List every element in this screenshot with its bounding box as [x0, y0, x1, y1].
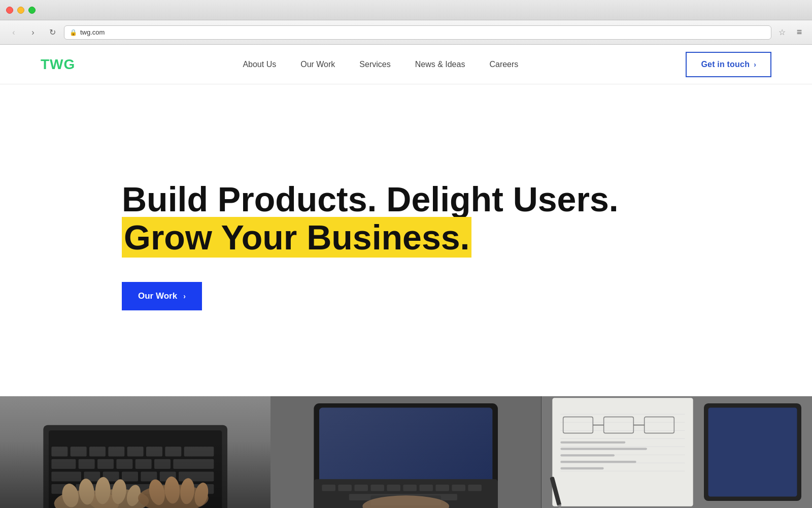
svg-rect-51: [387, 485, 401, 491]
mac-window: ‹ › ↻ 🔒 twg.com ☆ ≡ TWG About Us Our Wor…: [0, 0, 812, 508]
lock-icon: 🔒: [70, 29, 77, 36]
svg-rect-47: [322, 485, 336, 491]
nav-services[interactable]: Services: [359, 60, 390, 69]
our-work-button[interactable]: Our Work ›: [122, 282, 202, 310]
hero-highlight: Grow Your Business.: [122, 217, 471, 258]
reload-button[interactable]: ↻: [45, 26, 60, 39]
get-in-touch-button[interactable]: Get in touch ›: [686, 52, 771, 77]
browser-menu-button[interactable]: ≡: [793, 26, 806, 39]
hero-title-line2: Grow Your Business.: [122, 218, 771, 257]
back-button[interactable]: ‹: [6, 26, 21, 39]
svg-rect-48: [339, 485, 352, 491]
svg-rect-53: [420, 485, 433, 491]
maximize-button[interactable]: [28, 7, 36, 14]
hero-cta-chevron-icon: ›: [183, 292, 186, 300]
browser-content: TWG About Us Our Work Services News & Id…: [0, 45, 812, 508]
svg-rect-55: [452, 485, 466, 491]
image-panel-middle: [270, 396, 541, 508]
svg-rect-54: [436, 485, 450, 491]
traffic-lights: [6, 7, 36, 14]
svg-rect-79: [560, 467, 603, 469]
left-image-overlay: [0, 396, 270, 508]
image-panel-left: [0, 396, 270, 508]
minimize-button[interactable]: [17, 7, 24, 14]
cta-chevron-icon: ›: [754, 60, 756, 69]
forward-button[interactable]: ›: [25, 26, 41, 39]
nav-about[interactable]: About Us: [243, 60, 276, 69]
svg-rect-76: [560, 448, 647, 450]
hero-title-line1: Build Products. Delight Users.: [122, 180, 771, 218]
nav-links: About Us Our Work Services News & Ideas …: [243, 60, 518, 69]
bookmark-button[interactable]: ☆: [775, 26, 789, 39]
middle-image-svg: [270, 396, 541, 508]
nav-careers[interactable]: Careers: [489, 60, 518, 69]
svg-rect-81: [708, 408, 797, 497]
address-bar[interactable]: 🔒 twg.com: [64, 25, 771, 40]
titlebar: [0, 0, 812, 20]
site-logo[interactable]: TWG: [41, 56, 75, 73]
browser-toolbar: ‹ › ↻ 🔒 twg.com ☆ ≡: [0, 20, 812, 45]
svg-rect-50: [371, 485, 385, 491]
svg-rect-49: [355, 485, 368, 491]
svg-rect-77: [560, 454, 615, 456]
right-image-svg: [542, 396, 812, 508]
nav-news[interactable]: News & Ideas: [415, 60, 465, 69]
nav-work[interactable]: Our Work: [300, 60, 335, 69]
image-panel-right: [542, 396, 812, 508]
svg-rect-56: [468, 485, 482, 491]
svg-rect-78: [560, 461, 636, 463]
hero-section: Build Products. Delight Users. Grow Your…: [0, 84, 812, 396]
svg-rect-75: [560, 441, 625, 443]
bottom-image-strip: [0, 396, 812, 508]
svg-rect-52: [403, 485, 417, 491]
close-button[interactable]: [6, 7, 13, 14]
site-navbar: TWG About Us Our Work Services News & Id…: [0, 45, 812, 84]
